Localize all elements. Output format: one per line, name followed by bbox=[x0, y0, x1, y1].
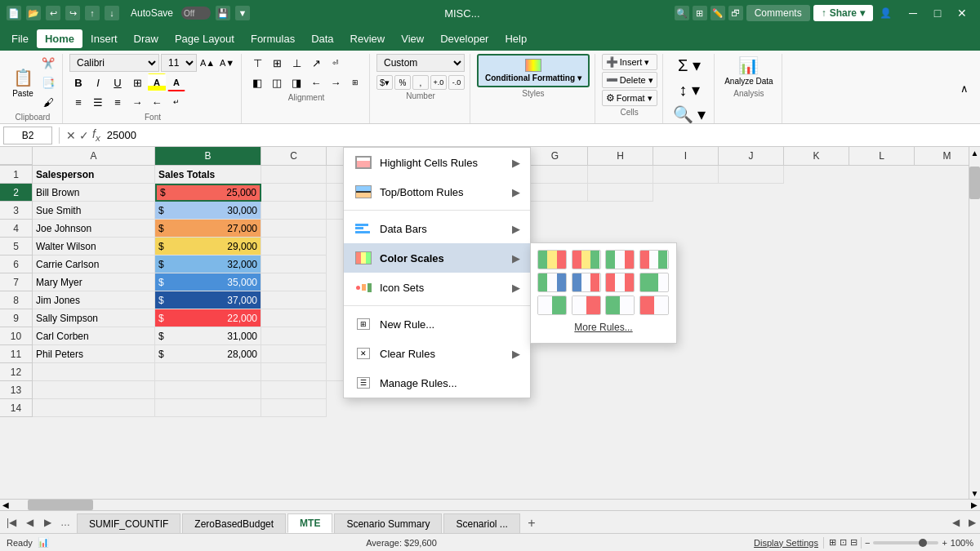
cell-c13[interactable] bbox=[261, 381, 327, 399]
cell-a5[interactable]: Walter Wilson bbox=[33, 238, 155, 256]
cell-a8[interactable]: Jim Jones bbox=[33, 291, 155, 309]
more-icon[interactable]: ▼ bbox=[235, 6, 250, 20]
col-header-a[interactable]: A bbox=[33, 147, 155, 165]
view-break-icon[interactable]: ⊟ bbox=[850, 537, 858, 548]
sheet-nav-first[interactable]: |◀ bbox=[3, 514, 20, 531]
menu-review[interactable]: Review bbox=[342, 29, 394, 48]
font-size-select[interactable]: 11 bbox=[161, 54, 197, 72]
left-align-button[interactable]: ◧ bbox=[248, 73, 266, 91]
comma-button[interactable]: , bbox=[412, 75, 429, 90]
analyze-data-button[interactable]: 📊 Analyze Data bbox=[721, 54, 776, 87]
find-button[interactable]: 🔍 ▾ bbox=[670, 103, 710, 126]
format-button[interactable]: ⚙ Format ▾ bbox=[602, 90, 657, 106]
scroll-right-button[interactable]: ▶ bbox=[969, 500, 980, 511]
menu-view[interactable]: View bbox=[393, 29, 432, 48]
cell-a11[interactable]: Phil Peters bbox=[33, 345, 155, 363]
cell-b8[interactable]: $ 37,000 bbox=[155, 291, 261, 309]
tab-sumif-countif[interactable]: SUMIF_COUNTIF bbox=[77, 513, 180, 533]
center-button[interactable]: ◫ bbox=[268, 73, 286, 91]
percent-button[interactable]: % bbox=[394, 75, 411, 90]
add-sheet-button[interactable]: + bbox=[522, 513, 541, 533]
font-color-button[interactable]: A bbox=[167, 73, 185, 91]
tab-mte[interactable]: MTE bbox=[287, 513, 332, 533]
cell-a3[interactable]: Sue Smith bbox=[33, 202, 155, 220]
cell-b14[interactable] bbox=[155, 399, 261, 417]
scroll-up-button[interactable]: ▲ bbox=[969, 147, 980, 158]
cs-item-8[interactable] bbox=[639, 273, 669, 292]
right-align-button[interactable]: ◨ bbox=[287, 73, 305, 91]
cell-b12[interactable] bbox=[155, 363, 261, 381]
cell-b4[interactable]: $ 27,000 bbox=[155, 220, 261, 238]
scroll-thumb[interactable] bbox=[969, 167, 980, 199]
search-icon[interactable]: 🔍 bbox=[675, 6, 689, 20]
cell-h1[interactable] bbox=[588, 166, 653, 184]
cell-b1[interactable]: Sales Totals bbox=[155, 166, 261, 184]
col-header-j[interactable]: J bbox=[719, 147, 784, 165]
cell-c11[interactable] bbox=[261, 345, 327, 363]
maximize-button[interactable]: □ bbox=[926, 4, 949, 22]
borders-button[interactable]: ⊞ bbox=[128, 73, 146, 91]
row-header-6[interactable]: 6 bbox=[0, 256, 33, 273]
italic-button[interactable]: I bbox=[89, 73, 107, 91]
top-bottom-rules-item[interactable]: Top/Bottom Rules ▶ bbox=[344, 177, 530, 207]
autosave-toggle[interactable]: Off bbox=[181, 7, 211, 20]
cs-item-2[interactable] bbox=[572, 250, 601, 269]
indent-more-button[interactable]: → bbox=[327, 73, 345, 91]
menu-page-layout[interactable]: Page Layout bbox=[167, 29, 243, 48]
sum-button[interactable]: Σ ▾ bbox=[675, 54, 704, 77]
sheet-nav-next[interactable]: ▶ bbox=[39, 514, 56, 531]
cell-i1[interactable] bbox=[653, 166, 719, 184]
clear-rules-item[interactable]: ✕ Clear Rules ▶ bbox=[344, 339, 530, 368]
row-header-3[interactable]: 3 bbox=[0, 202, 33, 220]
cell-b3[interactable]: $ 30,000 bbox=[155, 202, 261, 220]
row-header-1[interactable]: 1 bbox=[0, 166, 33, 184]
bold-button[interactable]: B bbox=[69, 73, 87, 91]
cell-c5[interactable] bbox=[261, 238, 327, 256]
cs-item-3[interactable] bbox=[605, 250, 635, 269]
confirm-icon[interactable]: ✓ bbox=[79, 129, 89, 142]
delete-button[interactable]: ➖ Delete ▾ bbox=[602, 72, 657, 88]
decrease-font-button[interactable]: A▼ bbox=[218, 54, 236, 72]
sheet-nav-prev[interactable]: ◀ bbox=[21, 514, 38, 531]
cs-item-6[interactable] bbox=[572, 273, 601, 292]
scroll-left-button[interactable]: ◀ bbox=[0, 500, 11, 511]
decimal-increase-button[interactable]: +.0 bbox=[430, 75, 447, 90]
col-header-k[interactable]: K bbox=[784, 147, 849, 165]
cell-a13[interactable] bbox=[33, 381, 155, 399]
col-header-i[interactable]: I bbox=[653, 147, 719, 165]
h-scroll-track[interactable] bbox=[11, 500, 969, 510]
view-page-icon[interactable]: ⊡ bbox=[840, 537, 847, 548]
font-name-select[interactable]: Calibri bbox=[69, 54, 159, 72]
decimal-decrease-button[interactable]: -.0 bbox=[448, 75, 465, 90]
view-normal-icon[interactable]: ⊞ bbox=[829, 537, 836, 548]
cell-a4[interactable]: Joe Johnson bbox=[33, 220, 155, 238]
row-header-7[interactable]: 7 bbox=[0, 273, 33, 291]
increase-font-button[interactable]: A▲ bbox=[198, 54, 216, 72]
cell-c10[interactable] bbox=[261, 327, 327, 345]
menu-data[interactable]: Data bbox=[303, 29, 341, 48]
col-header-l[interactable]: L bbox=[849, 147, 915, 165]
cs-item-9[interactable] bbox=[537, 295, 567, 315]
scroll-track[interactable] bbox=[969, 158, 980, 487]
cell-c1[interactable] bbox=[261, 166, 327, 184]
cell-c6[interactable] bbox=[261, 256, 327, 273]
cell-a12[interactable] bbox=[33, 363, 155, 381]
file-icon[interactable]: 📄 bbox=[7, 6, 21, 20]
cell-a1[interactable]: Salesperson bbox=[33, 166, 155, 184]
collapse-icon[interactable]: ∧ bbox=[956, 80, 973, 98]
cell-a7[interactable]: Mary Myer bbox=[33, 273, 155, 291]
wrap-button[interactable]: ⏎ bbox=[327, 54, 345, 72]
row-header-11[interactable]: 11 bbox=[0, 345, 33, 363]
cs-item-10[interactable] bbox=[572, 295, 601, 315]
comments-button[interactable]: Comments bbox=[746, 5, 810, 21]
display-settings-button[interactable]: Display Settings bbox=[754, 538, 818, 548]
row-header-14[interactable]: 14 bbox=[0, 399, 33, 417]
sort-button[interactable]: ↕ ▾ bbox=[675, 78, 704, 101]
top-align-button[interactable]: ⊤ bbox=[248, 54, 266, 72]
cell-a14[interactable] bbox=[33, 399, 155, 417]
cell-c3[interactable] bbox=[261, 202, 327, 220]
align-center-button[interactable]: ☰ bbox=[89, 93, 107, 111]
align-left-button[interactable]: ≡ bbox=[69, 93, 87, 111]
cell-b11[interactable]: $ 28,000 bbox=[155, 345, 261, 363]
minimize-button[interactable]: ─ bbox=[902, 4, 924, 22]
